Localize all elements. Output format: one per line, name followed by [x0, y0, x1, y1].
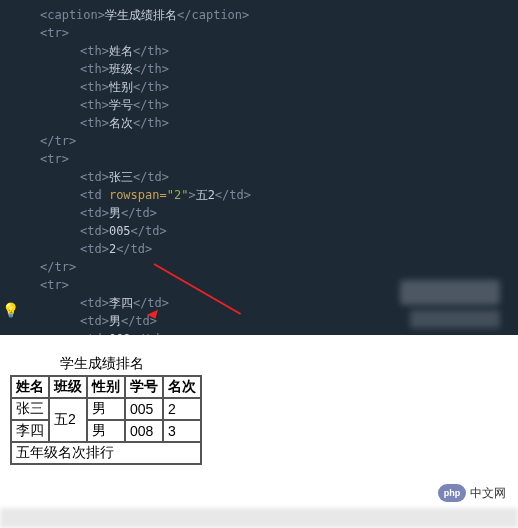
result-table: 姓名 班级 性别 学号 名次 张三 五2 男 005 2 李四 男 008 3 … — [10, 375, 202, 465]
table-cell: 3 — [163, 420, 201, 442]
table-cell: 男 — [87, 398, 125, 420]
table-header: 班级 — [49, 376, 87, 398]
code-line: <th>班级</th> — [10, 60, 508, 78]
table-cell: 李四 — [11, 420, 49, 442]
footer-blur — [0, 508, 518, 528]
table-row: 张三 五2 男 005 2 — [11, 398, 201, 420]
table-cell: 008 — [125, 420, 163, 442]
code-line: <caption>学生成绩排名</caption> — [10, 6, 508, 24]
code-line: <th>学号</th> — [10, 96, 508, 114]
table-caption: 学生成绩排名 — [10, 355, 508, 373]
rendered-output: 学生成绩排名 姓名 班级 性别 学号 名次 张三 五2 男 005 2 李四 男… — [0, 335, 518, 485]
code-line: <td>2</td> — [10, 240, 508, 258]
php-badge: php 中文网 — [438, 484, 506, 502]
table-cell: 五2 — [49, 398, 87, 442]
table-header: 学号 — [125, 376, 163, 398]
table-header: 姓名 — [11, 376, 49, 398]
code-line: <tr> — [10, 24, 508, 42]
table-row: 李四 男 008 3 — [11, 420, 201, 442]
table-cell: 2 — [163, 398, 201, 420]
code-line: <th>姓名</th> — [10, 42, 508, 60]
watermark-blur — [400, 280, 500, 305]
table-cell: 张三 — [11, 398, 49, 420]
table-row: 五年级名次排行 — [11, 442, 201, 464]
code-line: </tr> — [10, 132, 508, 150]
lightbulb-icon[interactable]: 💡 — [2, 300, 19, 321]
table-header: 性别 — [87, 376, 125, 398]
code-line: <td>008</td> — [10, 330, 508, 335]
code-line: <tr> — [10, 150, 508, 168]
code-editor: <caption>学生成绩排名</caption> <tr> <th>姓名</t… — [0, 0, 518, 335]
table-row: 姓名 班级 性别 学号 名次 — [11, 376, 201, 398]
table-cell: 005 — [125, 398, 163, 420]
code-line: <td rowspan="2">五2</td> — [10, 186, 508, 204]
code-line: </tr> — [10, 258, 508, 276]
php-icon: php — [438, 484, 466, 502]
table-cell: 男 — [87, 420, 125, 442]
table-header: 名次 — [163, 376, 201, 398]
code-line: <th>名次</th> — [10, 114, 508, 132]
watermark-blur — [410, 310, 500, 328]
php-badge-text: 中文网 — [470, 485, 506, 502]
table-footer-cell: 五年级名次排行 — [11, 442, 201, 464]
code-line: <td>男</td> — [10, 204, 508, 222]
code-line: <th>性别</th> — [10, 78, 508, 96]
code-line: <td>张三</td> — [10, 168, 508, 186]
code-line: <td>005</td> — [10, 222, 508, 240]
